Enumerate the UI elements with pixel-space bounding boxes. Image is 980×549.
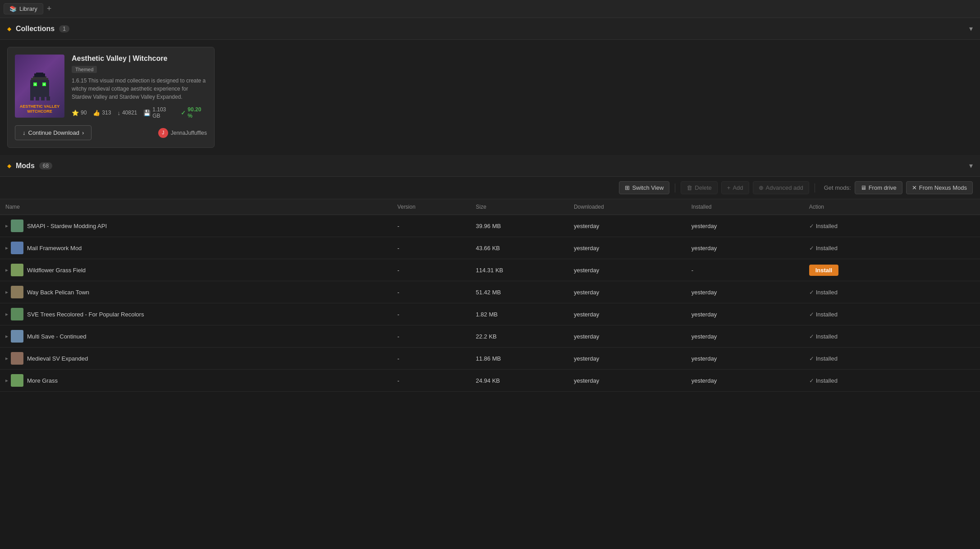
mod-version-cell: -: [392, 215, 471, 237]
from-nexus-label: From Nexus Mods: [919, 184, 967, 191]
continue-download-button[interactable]: ↓ Continue Download ›: [15, 125, 92, 140]
collections-title: Collections: [16, 25, 55, 33]
mod-downloaded-cell: yesterday: [568, 370, 686, 392]
mod-action-cell: ✓ Installed: [804, 348, 980, 370]
installed-badge: ✓ Installed: [809, 333, 975, 340]
mods-diamond-icon: ◆: [7, 163, 11, 169]
delete-button[interactable]: 🗑 Delete: [681, 181, 718, 194]
column-action-header: Action: [804, 199, 980, 215]
collections-count: 1: [59, 25, 69, 32]
mod-action-cell: ✓ Installed: [804, 281, 980, 303]
mod-action-cell: ✓ Installed: [804, 370, 980, 392]
installed-badge: ✓ Installed: [809, 377, 975, 384]
mod-installed-cell: yesterday: [686, 303, 804, 325]
card-thumbnail: AESTHETIC VALLEYWITCHCORE: [15, 55, 64, 118]
library-tab[interactable]: 📚 Library: [4, 3, 43, 14]
mod-version-cell: -: [392, 303, 471, 325]
add-icon: +: [727, 184, 731, 191]
installed-badge: ✓ Installed: [809, 311, 975, 318]
from-nexus-button[interactable]: ✕ From Nexus Mods: [906, 181, 973, 194]
column-version-header: Version: [392, 199, 471, 215]
mod-size-cell: 51.42 MB: [471, 281, 568, 303]
mod-action-cell: Install: [804, 259, 980, 281]
like-icon: 👍: [93, 110, 100, 116]
card-title: Aesthetic Valley | Witchcore: [72, 55, 207, 63]
switch-view-button[interactable]: ⊞ Switch View: [619, 181, 669, 194]
card-stats: ⭐ 90 👍 313 ↓ 40821 💾 1.103 GB: [72, 106, 207, 119]
mod-name-cell: ▸ Multi Save - Continued: [0, 325, 392, 348]
mod-size-cell: 114.31 KB: [471, 259, 568, 281]
row-expander[interactable]: ▸: [5, 245, 8, 251]
row-expander[interactable]: ▸: [5, 311, 8, 317]
add-label: Add: [733, 184, 743, 191]
switch-view-icon: ⊞: [625, 184, 630, 191]
mod-downloaded-cell: yesterday: [568, 303, 686, 325]
star-icon: ⭐: [72, 110, 79, 116]
stat-downloads: ↓ 40821: [117, 110, 137, 116]
drive-icon: 🖥: [861, 184, 866, 191]
row-expander[interactable]: ▸: [5, 223, 8, 229]
advanced-add-button[interactable]: ⊕ Advanced add: [753, 181, 809, 194]
mod-name: Wildflower Grass Field: [27, 267, 86, 274]
table-row: ▸ Medieval SV Expanded -11.86 MByesterda…: [0, 348, 980, 370]
column-installed-header: Installed: [686, 199, 804, 215]
toolbar-separator-1: [675, 183, 675, 192]
mod-name: Way Back Pelican Town: [27, 289, 89, 296]
from-drive-label: From drive: [869, 184, 897, 191]
install-button[interactable]: Install: [809, 265, 839, 276]
mod-installed-cell: yesterday: [686, 215, 804, 237]
from-drive-button[interactable]: 🖥 From drive: [855, 181, 902, 194]
downloads-value: 40821: [122, 110, 137, 116]
check-icon: ✓: [809, 245, 814, 252]
row-expander[interactable]: ▸: [5, 377, 8, 384]
collections-section-header[interactable]: ◆ Collections 1 ▾: [0, 18, 980, 40]
mods-toolbar: ⊞ Switch View 🗑 Delete + Add ⊕ Advanced …: [0, 177, 980, 199]
library-icon: 📚: [9, 5, 17, 12]
mod-action-cell: ✓ Installed: [804, 215, 980, 237]
stat-size: 💾 1.103 GB: [143, 106, 174, 119]
check-icon: ✓: [809, 311, 814, 318]
row-expander[interactable]: ▸: [5, 333, 8, 339]
row-expander[interactable]: ▸: [5, 267, 8, 273]
column-downloaded-header: Downloaded: [568, 199, 686, 215]
check-icon: ✓: [809, 333, 814, 340]
svg-rect-5: [34, 83, 36, 85]
mod-installed-cell: yesterday: [686, 348, 804, 370]
mod-name-cell: ▸ SMAPI - Stardew Modding API: [0, 215, 392, 237]
check-icon: ✓: [809, 289, 814, 296]
mod-version-cell: -: [392, 237, 471, 259]
switch-view-label: Switch View: [632, 184, 664, 191]
mod-version-cell: -: [392, 281, 471, 303]
mod-name: SMAPI - Stardew Modding API: [27, 223, 107, 229]
mod-name-cell: ▸ Wildflower Grass Field: [0, 259, 392, 281]
library-tab-label: Library: [19, 5, 37, 12]
table-row: ▸ More Grass -24.94 KByesterdayyesterday…: [0, 370, 980, 392]
installed-badge: ✓ Installed: [809, 245, 975, 252]
table-header-row: Name Version Size Downloaded Installed A…: [0, 199, 980, 215]
mod-installed-cell: yesterday: [686, 370, 804, 392]
row-expander[interactable]: ▸: [5, 355, 8, 361]
card-bottom: ↓ Continue Download › J JennaJuffuffles: [15, 125, 207, 140]
check-icon: ✓: [809, 377, 814, 384]
mod-name: SVE Trees Recolored - For Popular Recolo…: [27, 311, 144, 318]
toolbar-separator-2: [815, 183, 815, 192]
add-button[interactable]: + Add: [721, 181, 749, 194]
table-row: ▸ Mail Framework Mod -43.66 KByesterdayy…: [0, 237, 980, 259]
mod-version-cell: -: [392, 370, 471, 392]
mods-table: Name Version Size Downloaded Installed A…: [0, 199, 980, 392]
continue-download-label: Continue Download: [28, 129, 79, 136]
installed-badge: ✓ Installed: [809, 223, 975, 229]
size-value: 1.103 GB: [152, 106, 174, 119]
mod-name-cell: ▸ SVE Trees Recolored - For Popular Reco…: [0, 303, 392, 325]
continue-download-arrow: ›: [82, 129, 84, 136]
add-tab-button[interactable]: +: [43, 2, 55, 15]
mod-installed-cell: yesterday: [686, 237, 804, 259]
row-expander[interactable]: ▸: [5, 289, 8, 295]
mod-name-cell: ▸ Way Back Pelican Town: [0, 281, 392, 303]
mods-section-header[interactable]: ◆ Mods 68 ▾: [0, 155, 980, 177]
mod-name: Medieval SV Expanded: [27, 355, 88, 362]
mod-size-cell: 43.66 KB: [471, 237, 568, 259]
mods-title: Mods: [16, 162, 35, 170]
hdd-icon: 💾: [143, 110, 151, 116]
nexus-icon: ✕: [912, 184, 917, 191]
